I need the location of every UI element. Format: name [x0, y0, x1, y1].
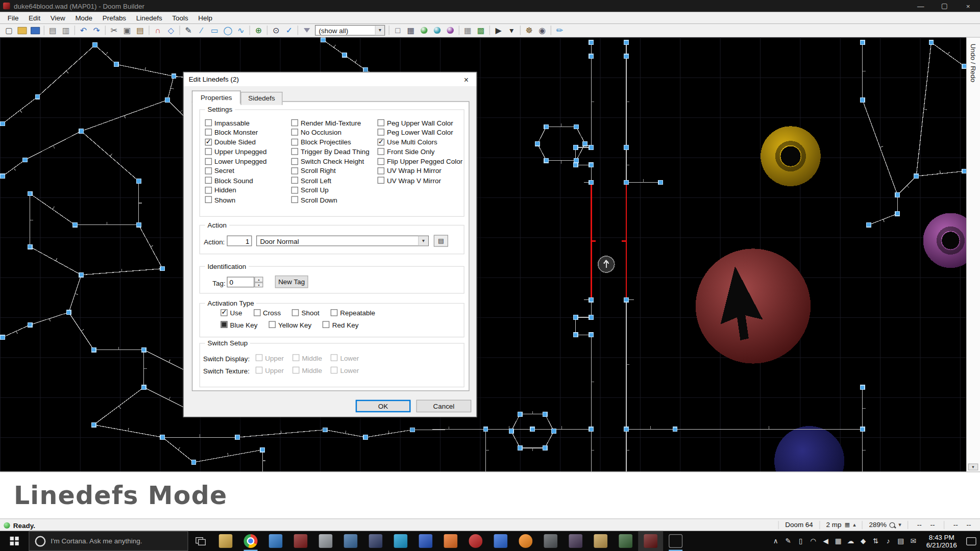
status-zoom[interactable]: 289%▾ [862, 521, 908, 529]
map-vertex[interactable] [518, 446, 522, 450]
checkbox-scroll-right[interactable]: Scroll Right [291, 167, 378, 175]
map-vertex[interactable] [552, 429, 556, 434]
view-floor-textures-icon[interactable] [431, 24, 444, 36]
map-vertex[interactable] [342, 53, 347, 57]
checkbox-block-projectiles[interactable]: Block Projectiles [291, 138, 378, 146]
map-vertex[interactable] [28, 244, 32, 249]
map-vertex[interactable] [73, 223, 78, 228]
action-combo[interactable]: Door Normal ▾ [256, 236, 429, 246]
map-vertex[interactable] [573, 163, 578, 167]
display-icon[interactable]: ▤ [894, 537, 906, 545]
map-vertex[interactable] [861, 385, 865, 390]
music-icon[interactable]: ♪ [882, 537, 894, 545]
menu-mode[interactable]: Mode [70, 13, 97, 23]
taskbar-app-app-cyan[interactable] [388, 531, 413, 551]
taskbar-app-file-explorer[interactable] [213, 531, 238, 551]
action-browse-button[interactable]: ▤ [434, 235, 448, 246]
taskbar-app-app-gray[interactable] [313, 531, 338, 551]
map-vertex[interactable] [543, 412, 547, 417]
battery-icon[interactable]: ▯ [794, 537, 806, 545]
map-vertex[interactable] [191, 460, 196, 465]
cut-icon[interactable]: ✂ [108, 24, 121, 36]
menu-help[interactable]: Help [193, 13, 217, 23]
draw-rectangle-icon[interactable]: ▭ [208, 24, 222, 36]
action-number-input[interactable] [227, 236, 252, 246]
test-map-dropdown-icon[interactable]: ▾ [505, 24, 518, 36]
new-tag-button[interactable]: New Tag [275, 276, 308, 288]
map-vertex[interactable] [518, 412, 522, 417]
map-vertex[interactable] [624, 427, 629, 432]
reload-resources-icon[interactable]: ✏ [553, 24, 567, 36]
checkbox-scroll-up[interactable]: Scroll Up [291, 186, 378, 194]
map-vertex[interactable] [35, 95, 40, 99]
taskbar-app-app-slate[interactable] [538, 531, 563, 551]
action-center-button[interactable] [963, 531, 980, 551]
checkbox-secret[interactable]: Secret [205, 167, 291, 175]
undo-icon[interactable]: ↶ [77, 24, 90, 36]
map-vertex[interactable] [66, 310, 71, 315]
tab-properties[interactable]: Properties [192, 91, 241, 104]
map-vertex[interactable] [79, 272, 84, 277]
checkbox-double-sided[interactable]: Double Sided [205, 138, 291, 146]
checkbox-scroll-left[interactable]: Scroll Left [291, 177, 378, 185]
map-sprite-sphere[interactable] [774, 426, 844, 471]
new-map-icon[interactable]: ▢ [3, 24, 16, 36]
shield-icon[interactable]: ◆ [857, 537, 869, 545]
volume-icon[interactable]: ◀ [819, 537, 831, 545]
taskbar-app-app-tan[interactable] [588, 531, 613, 551]
map-vertex[interactable] [137, 179, 141, 184]
menu-file[interactable]: File [3, 13, 23, 23]
map-vertex[interactable] [861, 427, 865, 432]
redo-icon[interactable]: ↷ [90, 24, 103, 36]
checkbox-upper-unpegged[interactable]: Upper Unpegged [205, 147, 291, 156]
view-things-icon[interactable]: ▦ [404, 24, 418, 36]
map-vertex[interactable] [323, 428, 327, 432]
checkbox-use[interactable]: Use [220, 309, 242, 317]
map-vertex[interactable] [172, 74, 176, 79]
view-brightness-icon[interactable] [418, 24, 431, 36]
taskbar-app-firefox[interactable] [513, 531, 538, 551]
map-vertex[interactable] [624, 145, 629, 150]
taskbar-app-command-prompt[interactable] [663, 531, 688, 551]
merge-geometry-icon[interactable]: ◇ [164, 24, 178, 36]
save-map-icon[interactable] [29, 24, 42, 36]
menu-linedefs[interactable]: Linedefs [131, 13, 167, 23]
map-vertex[interactable] [141, 385, 146, 390]
map-vertex[interactable] [589, 163, 594, 167]
map-vertex[interactable] [160, 435, 165, 440]
checkbox-impassable[interactable]: Impassable [205, 119, 291, 127]
ok-button[interactable]: OK [356, 400, 411, 412]
map-vertex[interactable] [321, 38, 326, 42]
map-linedef[interactable] [863, 100, 898, 195]
things-filter-combo[interactable]: (show all)▾ [315, 25, 385, 36]
draw-lines-icon[interactable]: ∕ [195, 24, 208, 36]
taskbar-clock[interactable]: 8:43 PM 6/21/2016 [921, 534, 963, 548]
mail-icon[interactable]: ✉ [907, 537, 919, 545]
map-vertex[interactable] [574, 158, 579, 163]
undo-redo-panel[interactable]: Undo / Redo ▾ [966, 37, 980, 471]
map-vertex[interactable] [583, 141, 587, 146]
map-vertex[interactable] [589, 333, 594, 337]
cloud-icon[interactable]: ☁ [844, 537, 856, 545]
snap-to-grid-icon[interactable]: ∩ [151, 24, 164, 36]
map-vertex[interactable] [535, 141, 540, 146]
checkbox-no-occlusion[interactable]: No Occlusion [291, 128, 378, 136]
map-vertex[interactable] [658, 180, 663, 185]
map-vertex[interactable] [573, 315, 578, 320]
tag-input[interactable] [227, 277, 254, 287]
map-vertex[interactable] [861, 98, 865, 103]
globe-icon[interactable]: ⊕ [252, 24, 265, 36]
map-vertex[interactable] [543, 446, 547, 450]
map-vertex[interactable] [895, 211, 900, 216]
taskbar-app-doom-builder[interactable] [638, 531, 663, 551]
close-button[interactable]: × [956, 0, 980, 12]
map-vertex[interactable] [624, 54, 629, 59]
tab-sidedefs[interactable]: Sidedefs [241, 92, 283, 105]
checkbox-repeatable[interactable]: Repeatable [331, 309, 375, 317]
minimize-button[interactable]: — [909, 0, 933, 12]
map-vertex[interactable] [929, 40, 934, 45]
checkbox-red-key[interactable]: Red Key [323, 320, 358, 329]
cancel-button[interactable]: Cancel [416, 400, 472, 412]
preferences-icon[interactable]: ◉ [535, 24, 549, 36]
map-vertex[interactable] [573, 145, 578, 150]
